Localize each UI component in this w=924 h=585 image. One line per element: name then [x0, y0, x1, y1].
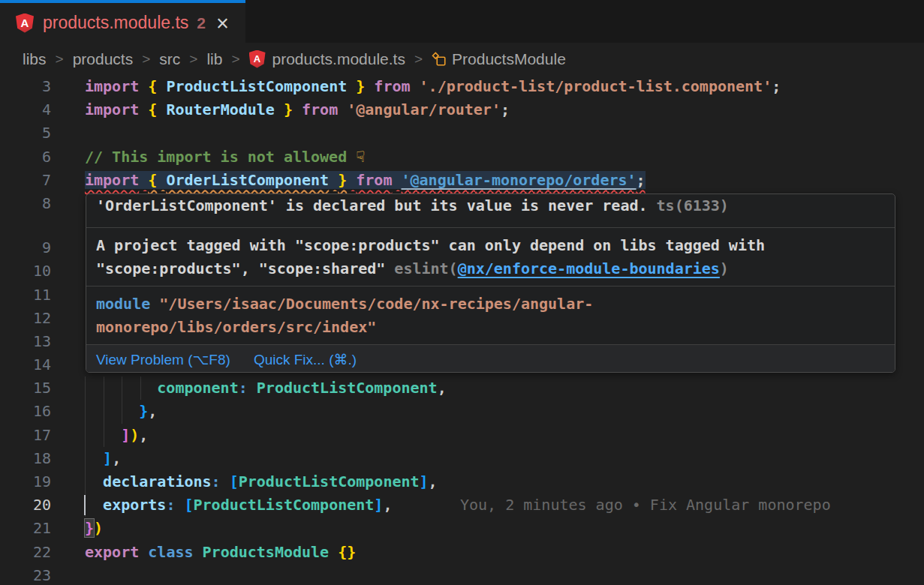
line-number[interactable]: 15	[0, 376, 68, 400]
code-token	[293, 100, 302, 118]
code-token: ,	[438, 379, 447, 397]
angular-icon: A	[16, 14, 34, 33]
line-number[interactable]: 19	[0, 470, 68, 494]
breadcrumb-item-products[interactable]: products	[73, 50, 134, 68]
code-token: )	[130, 426, 139, 444]
code-token: {	[148, 77, 157, 95]
class-symbol-icon	[432, 52, 447, 67]
code-token: import	[85, 77, 139, 95]
line-number[interactable]: 11	[0, 284, 68, 307]
code-line-3[interactable]: 3import { ProductListComponent } from '.…	[0, 75, 924, 98]
code-token: from	[356, 171, 392, 189]
code-token: {	[148, 100, 157, 118]
line-number[interactable]: 20	[0, 494, 68, 517]
code-token	[329, 171, 338, 189]
code-token: exports	[103, 496, 166, 514]
code-token: module	[96, 295, 150, 313]
hover-eslint-diagnostic: A project tagged with "scope:products" c…	[86, 227, 895, 286]
code-text: exports: [ProductListComponent],	[85, 494, 392, 517]
code-token: from	[302, 100, 338, 118]
code-line-23[interactable]: 23	[0, 564, 924, 585]
code-token: :	[166, 496, 175, 514]
breadcrumb-item-lib[interactable]: lib	[206, 50, 222, 68]
code-token	[275, 100, 284, 118]
line-number[interactable]: 6	[0, 146, 68, 169]
breadcrumb-item-productsmodule[interactable]: ProductsModule	[432, 50, 566, 68]
editor-pane[interactable]: 3import { ProductListComponent } from '.…	[0, 75, 924, 585]
breadcrumb: libs>products>src>lib>Aproducts.module.t…	[0, 43, 924, 75]
vscode-window: { "tab": { "label": "products.module.ts"…	[0, 0, 924, 585]
code-token	[85, 426, 121, 444]
code-line-21[interactable]: 21})	[0, 517, 924, 540]
code-token: )	[94, 519, 103, 537]
module-info-line1: module "/Users/isaac/Documents/code/nx-r…	[96, 292, 895, 316]
line-number[interactable]: 16	[0, 400, 68, 423]
code-token: :	[212, 472, 221, 490]
code-token: from	[374, 77, 410, 95]
line-number[interactable]: 23	[0, 564, 68, 585]
line-number[interactable]: 9	[0, 236, 68, 260]
code-token	[157, 171, 166, 189]
code-line-4[interactable]: 4import { RouterModule } from '@angular/…	[0, 98, 924, 122]
line-number[interactable]: 10	[0, 260, 68, 283]
code-line-19[interactable]: 19 declarations: [ProductListComponent],	[0, 470, 924, 494]
line-number[interactable]: 4	[0, 98, 68, 122]
line-number[interactable]: 13	[0, 330, 68, 353]
code-token	[139, 171, 148, 189]
breadcrumb-item-libs[interactable]: libs	[23, 50, 47, 68]
line-number[interactable]: 8	[0, 192, 68, 215]
code-token: [	[230, 472, 239, 490]
code-token: }	[85, 519, 94, 537]
line-number[interactable]: 12	[0, 307, 68, 330]
line-number[interactable]: 14	[0, 353, 68, 376]
code-text: import { RouterModule } from '@angular/r…	[85, 98, 510, 122]
code-token: ;	[772, 77, 781, 95]
code-line-22[interactable]: 22export class ProductsModule {}	[0, 541, 924, 564]
line-number[interactable]: 7	[0, 169, 68, 192]
code-line-5[interactable]: 5	[0, 122, 924, 145]
code-line-7[interactable]: 7import { OrderListComponent } from '@an…	[0, 169, 924, 192]
line-number[interactable]: 17	[0, 424, 68, 447]
code-token: ProductListComponent	[239, 472, 420, 490]
code-token: component	[157, 379, 238, 397]
code-line-18[interactable]: 18 ],	[0, 447, 924, 470]
code-text: ]),	[85, 424, 148, 447]
line-number[interactable]: 18	[0, 447, 68, 470]
code-line-17[interactable]: 17 ]),	[0, 424, 924, 447]
code-token: class	[148, 543, 193, 561]
line-number[interactable]: 21	[0, 517, 68, 540]
breadcrumb-item-products-module-ts[interactable]: Aproducts.module.ts	[249, 50, 405, 68]
code-text: declarations: [ProductListComponent],	[85, 470, 438, 494]
code-token	[365, 77, 374, 95]
close-icon[interactable]: ×	[216, 16, 229, 31]
code-line-20[interactable]: 20 exports: [ProductListComponent],You, …	[0, 494, 924, 517]
code-token: ]	[420, 472, 429, 490]
view-problem-action[interactable]: View Problem (⌥F8)	[96, 351, 230, 368]
tab-bar: A products.module.ts 2 ×	[0, 0, 924, 43]
code-token: ,	[112, 449, 121, 467]
eslint-diagnostic-line2: "scope:products", "scope:shared" eslint(…	[96, 257, 895, 280]
code-token: ProductListComponent	[257, 379, 438, 397]
angular-icon: A	[249, 50, 266, 68]
code-token: {	[148, 171, 157, 189]
code-text: import { ProductListComponent } from './…	[85, 75, 781, 98]
code-line-15[interactable]: 15 component: ProductListComponent,	[0, 376, 924, 400]
line-number[interactable]: 22	[0, 541, 68, 564]
code-token: import	[85, 171, 139, 189]
tab-products-module[interactable]: A products.module.ts 2 ×	[0, 0, 245, 43]
breadcrumb-label: libs	[23, 50, 47, 68]
code-token: {}	[338, 543, 356, 561]
code-line-16[interactable]: 16 },	[0, 400, 924, 423]
code-token: RouterModule	[166, 100, 275, 118]
tab-error-count-badge: 2	[197, 14, 206, 32]
code-token: ☟	[356, 148, 365, 166]
line-number[interactable]: 3	[0, 75, 68, 98]
hover-popup: 'OrderListComponent' is declared but its…	[86, 194, 895, 373]
quick-fix-action[interactable]: Quick Fix... (⌘.)	[254, 351, 357, 368]
breadcrumb-item-src[interactable]: src	[159, 50, 180, 68]
code-line-6[interactable]: 6// This import is not allowed ☟	[0, 146, 924, 169]
eslint-diagnostic-line1: A project tagged with "scope:products" c…	[96, 234, 895, 257]
code-token: ;	[637, 171, 646, 189]
line-number[interactable]: 5	[0, 122, 68, 145]
code-token: [	[184, 496, 193, 514]
